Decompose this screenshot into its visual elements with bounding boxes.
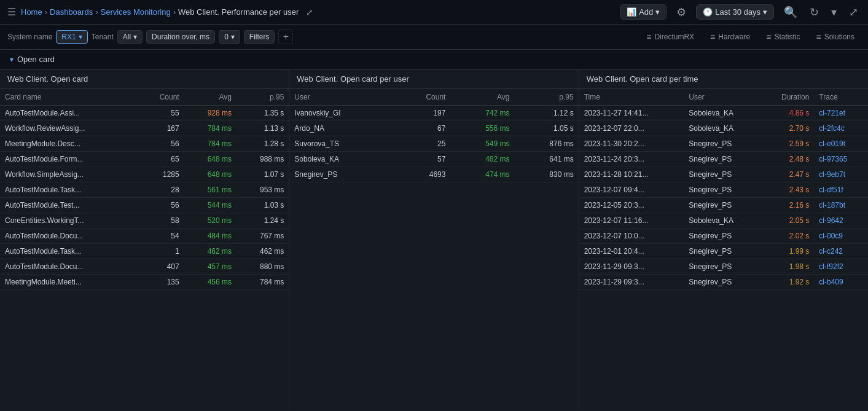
panel2-title: Web Client. Open card per user <box>289 69 578 89</box>
tab-hardware[interactable]: ≡ Hardware <box>704 29 756 44</box>
col-count[interactable]: Count <box>139 89 184 106</box>
filters-button[interactable]: Filters <box>244 30 275 44</box>
cell-duration: 2.43 s <box>761 182 815 198</box>
cell-time: 2023-11-30 20:2... <box>579 136 684 152</box>
settings-icon[interactable]: ⚙ <box>674 4 689 20</box>
breadcrumb-home[interactable]: Home <box>21 7 42 17</box>
cell-trace: cl-721et <box>814 106 868 121</box>
col-time[interactable]: Time <box>579 89 684 106</box>
cell-user3: Snegirev_PS <box>684 167 760 182</box>
collapse-arrow[interactable]: ▾ <box>10 55 14 64</box>
col-p95-2[interactable]: p.95 <box>515 89 579 106</box>
panel-open-card: Web Client. Open card Card name Count Av… <box>0 69 289 409</box>
cell-count: 56 <box>139 198 184 213</box>
table-row: 2023-11-27 14:41... Soboleva_KA 4.86 s c… <box>579 106 868 121</box>
panel-open-card-per-time: Web Client. Open card per time Time User… <box>579 69 868 409</box>
chevron-duration: ▾ <box>231 33 235 41</box>
refresh-icon[interactable]: ↻ <box>807 4 821 20</box>
cell-trace: cl-b409 <box>814 275 868 290</box>
duration-value-filter[interactable]: 0 ▾ <box>219 30 240 44</box>
statistic-icon: ≡ <box>766 32 771 42</box>
panel1-scroll[interactable]: Card name Count Avg p.95 AutoTestModule.… <box>0 89 289 409</box>
cell-user3: Snegirev_PS <box>684 244 760 259</box>
col-card-name[interactable]: Card name <box>0 89 139 106</box>
chevron-down-icon-nav[interactable]: ▾ <box>829 4 839 20</box>
cell-trace: cl-c242 <box>814 244 868 259</box>
cell-avg: 462 ms <box>184 244 237 259</box>
breadcrumb-services-monitoring[interactable]: Services Monitoring <box>100 7 170 17</box>
clock-icon: 🕐 <box>703 7 713 17</box>
share-icon[interactable]: ⤢ <box>306 7 313 17</box>
cell-avg: 648 ms <box>184 152 237 167</box>
col-p95[interactable]: p.95 <box>237 89 289 106</box>
panel2-scroll[interactable]: User Count Avg p.95 Ivanovskiy_GI 197 74… <box>289 89 578 409</box>
cell-trace: cl-97365 <box>814 152 868 167</box>
add-button[interactable]: 📊 Add ▾ <box>620 4 667 20</box>
breadcrumb-dashboards[interactable]: Dashboards <box>50 7 93 17</box>
cell-avg: 457 ms <box>184 259 237 275</box>
cell-trace: cl-e019t <box>814 136 868 152</box>
table-row: MeetingModule.Desc... 56 784 ms 1.28 s <box>0 136 289 152</box>
add-label: Add <box>639 7 653 17</box>
cell-card-name: AutoTestModule.Test... <box>0 198 139 213</box>
table-row: 2023-11-24 20:3... Snegirev_PS 2.48 s cl… <box>579 152 868 167</box>
table-row: Soboleva_KA 57 482 ms 641 ms <box>289 152 578 167</box>
cell-time: 2023-11-29 09:3... <box>579 259 684 275</box>
col-duration[interactable]: Duration <box>761 89 815 106</box>
table-row: 2023-11-30 20:2... Snegirev_PS 2.59 s cl… <box>579 136 868 152</box>
cell-duration: 2.70 s <box>761 121 815 136</box>
cell-duration: 2.02 s <box>761 229 815 244</box>
cell-trace: cl-f92f2 <box>814 259 868 275</box>
panel-open-card-per-user: Web Client. Open card per user User Coun… <box>289 69 579 409</box>
tab-solutions[interactable]: ≡ Solutions <box>810 29 861 44</box>
cell-count: 54 <box>139 229 184 244</box>
cell-user3: Snegirev_PS <box>684 182 760 198</box>
cell-duration: 1.92 s <box>761 275 815 290</box>
cell-user: Suvorova_TS <box>289 136 395 152</box>
cell-time: 2023-12-07 09:4... <box>579 182 684 198</box>
cell-duration: 2.47 s <box>761 167 815 182</box>
cell-duration: 4.86 s <box>761 106 815 121</box>
time-range-button[interactable]: 🕐 Last 30 days ▾ <box>696 4 774 20</box>
panel3-title: Web Client. Open card per time <box>579 69 868 89</box>
add-filter-button[interactable]: + <box>278 29 293 44</box>
tab-directumrx[interactable]: ≡ DirectumRX <box>640 29 700 44</box>
table-row: 2023-11-29 09:3... Snegirev_PS 1.98 s cl… <box>579 259 868 275</box>
system-name-filter[interactable]: RX1 ▾ <box>56 30 87 44</box>
system-name-value: RX1 <box>61 33 76 41</box>
duration-filter[interactable]: Duration over, ms <box>146 30 215 44</box>
cell-count: 65 <box>139 152 184 167</box>
hardware-icon: ≡ <box>710 32 715 42</box>
tab-statistic[interactable]: ≡ Statistic <box>760 29 806 44</box>
panel3-scroll[interactable]: Time User Duration Trace 2023-11-27 14:4… <box>579 89 868 409</box>
expand-icon[interactable]: ⤢ <box>846 4 861 20</box>
cell-count2: 67 <box>395 121 450 136</box>
table-row: AutoTestModule.Task... 1 462 ms 462 ms <box>0 244 289 259</box>
cell-p95: 784 ms <box>237 275 289 290</box>
filter-bar: System name RX1 ▾ Tenant All ▾ Duration … <box>0 25 868 50</box>
cell-trace: cl-9642 <box>814 213 868 229</box>
col-user3[interactable]: User <box>684 89 760 106</box>
cell-user3: Snegirev_PS <box>684 198 760 213</box>
hamburger-icon[interactable]: ☰ <box>7 6 16 18</box>
col-avg2[interactable]: Avg <box>450 89 514 106</box>
tenant-filter[interactable]: All ▾ <box>117 30 143 44</box>
table-row: Workflow.SimpleAssig... 1285 648 ms 1.07… <box>0 167 289 182</box>
cell-user3: Soboleva_KA <box>684 121 760 136</box>
col-user[interactable]: User <box>289 89 395 106</box>
col-count2[interactable]: Count <box>395 89 450 106</box>
table-row: MeetingModule.Meeti... 135 456 ms 784 ms <box>0 275 289 290</box>
cell-user3: Snegirev_PS <box>684 152 760 167</box>
tab-hardware-label: Hardware <box>718 33 750 41</box>
cell-count: 56 <box>139 136 184 152</box>
zoom-out-icon[interactable]: 🔍 <box>781 4 800 20</box>
cell-user3: Soboleva_KA <box>684 106 760 121</box>
table-row: AutoTestModule.Assi... 55 928 ms 1.35 s <box>0 106 289 121</box>
table-row: Suvorova_TS 25 549 ms 876 ms <box>289 136 578 152</box>
col-avg[interactable]: Avg <box>184 89 237 106</box>
col-trace[interactable]: Trace <box>814 89 868 106</box>
cell-p95: 880 ms <box>237 259 289 275</box>
cell-time: 2023-11-29 09:3... <box>579 275 684 290</box>
cell-user3: Snegirev_PS <box>684 229 760 244</box>
cell-user: Ardo_NA <box>289 121 395 136</box>
